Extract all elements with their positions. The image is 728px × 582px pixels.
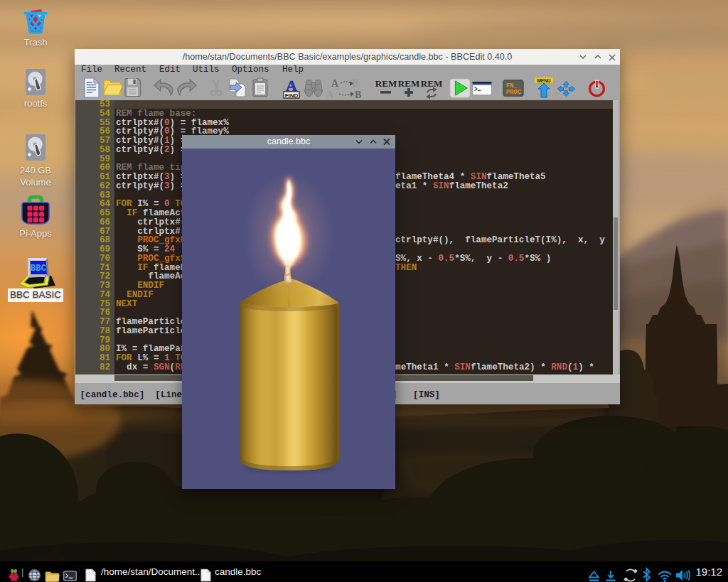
- svg-text:MENU: MENU: [537, 78, 550, 83]
- svg-text:REM: REM: [375, 78, 397, 89]
- svg-text:A: A: [331, 78, 339, 89]
- svg-text:BBC: BBC: [31, 264, 47, 274]
- svg-text:A: A: [326, 90, 334, 99]
- svg-text:PROC: PROC: [506, 89, 522, 96]
- svg-text:B: B: [355, 90, 361, 99]
- svg-text:REM: REM: [421, 78, 442, 89]
- svg-text:REM: REM: [398, 78, 419, 89]
- svg-text:FIND: FIND: [285, 92, 299, 99]
